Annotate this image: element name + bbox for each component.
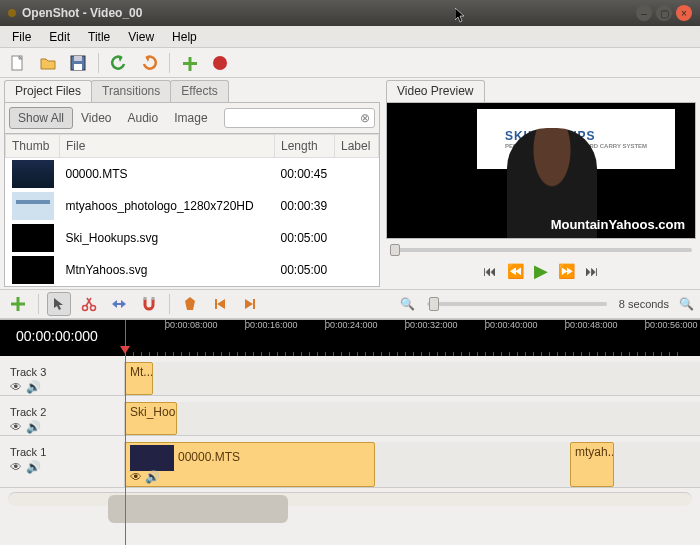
clip-thumb-icon	[130, 445, 174, 471]
snap-tool-button[interactable]	[137, 292, 161, 316]
track-header[interactable]: Track 2👁🔊	[0, 402, 125, 435]
ruler-tick: 00:00:08:000	[165, 320, 245, 330]
track-lane[interactable]: Mt...	[125, 362, 700, 395]
eye-icon[interactable]: 👁	[10, 380, 22, 394]
filter-show-all[interactable]: Show All	[9, 107, 73, 129]
maximize-button[interactable]: ▢	[656, 5, 672, 21]
track-lane[interactable]: 00000.MTS👁🔊mtyah...	[125, 442, 700, 487]
svg-point-6	[213, 56, 227, 70]
search-input[interactable]: ⊗	[224, 108, 375, 128]
clip-label: 00000.MTS	[178, 450, 240, 464]
preview-scrubber[interactable]	[386, 239, 696, 255]
svg-point-10	[91, 306, 96, 311]
clip[interactable]: mtyah...	[570, 442, 614, 487]
timeline: 00:00:00:000 00:00:08:00000:00:16:00000:…	[0, 319, 700, 545]
ruler-tick: 00:00:32:000	[405, 320, 485, 330]
ruler-tick: 00:00:40:000	[485, 320, 565, 330]
skip-end-icon[interactable]: ⏭	[585, 263, 599, 279]
video-preview[interactable]: SKIHOOKUPSPERSONAL SKI & SNOWBOARD CARRY…	[386, 102, 696, 239]
razor-tool-button[interactable]	[77, 292, 101, 316]
playhead[interactable]	[125, 320, 126, 545]
menu-help[interactable]: Help	[164, 28, 205, 46]
add-track-button[interactable]	[6, 292, 30, 316]
clip-label: Ski_Hoo...	[130, 405, 177, 419]
thumb-icon	[12, 256, 54, 284]
speaker-icon[interactable]: 🔊	[26, 380, 41, 394]
import-button[interactable]	[178, 51, 202, 75]
menu-view[interactable]: View	[120, 28, 162, 46]
table-row[interactable]: mtyahoos_photologo_1280x720HD00:00:39	[6, 190, 379, 222]
track-lane[interactable]: Ski_Hoo...	[125, 402, 700, 435]
scrubber-knob[interactable]	[390, 244, 400, 256]
scrollbar-thumb[interactable]	[108, 495, 288, 523]
svg-point-9	[83, 306, 88, 311]
zoom-slider[interactable]	[427, 302, 607, 306]
redo-button[interactable]	[137, 51, 161, 75]
menu-title[interactable]: Title	[80, 28, 118, 46]
track: Track 2👁🔊Ski_Hoo...	[0, 402, 700, 436]
col-file[interactable]: File	[60, 135, 275, 158]
svg-rect-3	[74, 64, 82, 70]
minimize-button[interactable]: –	[636, 5, 652, 21]
tab-transitions[interactable]: Transitions	[91, 80, 171, 102]
filter-image[interactable]: Image	[166, 108, 215, 128]
track-name: Track 2	[10, 406, 114, 418]
eye-icon[interactable]: 👁	[130, 470, 142, 484]
prev-marker-button[interactable]	[208, 292, 232, 316]
svg-rect-2	[74, 56, 82, 61]
close-button[interactable]: ×	[676, 5, 692, 21]
new-project-button[interactable]	[6, 51, 30, 75]
play-controls: ⏮ ⏪ ▶ ⏩ ⏭	[386, 255, 696, 287]
track-header[interactable]: Track 3👁🔊	[0, 362, 125, 395]
app-indicator-icon	[8, 9, 16, 17]
resize-tool-button[interactable]	[107, 292, 131, 316]
clip[interactable]: Mt...	[125, 362, 153, 395]
record-button[interactable]	[208, 51, 232, 75]
clip-label: mtyah...	[575, 445, 614, 459]
open-project-button[interactable]	[36, 51, 60, 75]
zoom-out-icon[interactable]: 🔍	[679, 297, 694, 311]
menu-edit[interactable]: Edit	[41, 28, 78, 46]
col-label[interactable]: Label	[335, 135, 379, 158]
clear-search-icon[interactable]: ⊗	[360, 111, 370, 125]
file-table: Thumb File Length Label 00000.MTS00:00:4…	[4, 133, 380, 287]
tab-effects[interactable]: Effects	[170, 80, 228, 102]
speaker-icon[interactable]: 🔊	[26, 460, 41, 474]
menu-file[interactable]: File	[4, 28, 39, 46]
svg-rect-13	[152, 297, 155, 300]
select-tool-button[interactable]	[47, 292, 71, 316]
fast-forward-icon[interactable]: ⏩	[558, 263, 575, 279]
timeline-scrollbar[interactable]	[8, 492, 692, 506]
play-icon[interactable]: ▶	[534, 260, 548, 282]
svg-rect-12	[144, 297, 147, 300]
table-row[interactable]: MtnYahoos.svg00:05:00	[6, 254, 379, 286]
zoom-in-icon[interactable]: 🔍	[400, 297, 415, 311]
clip[interactable]: Ski_Hoo...	[125, 402, 177, 435]
undo-button[interactable]	[107, 51, 131, 75]
clip[interactable]: 00000.MTS👁🔊	[125, 442, 375, 487]
titlebar: OpenShot - Video_00 – ▢ ×	[0, 0, 700, 26]
eye-icon[interactable]: 👁	[10, 420, 22, 434]
next-marker-button[interactable]	[238, 292, 262, 316]
marker-button[interactable]	[178, 292, 202, 316]
filter-video[interactable]: Video	[73, 108, 119, 128]
speaker-icon[interactable]: 🔊	[26, 420, 41, 434]
tab-project-files[interactable]: Project Files	[4, 80, 92, 102]
rewind-icon[interactable]: ⏪	[507, 263, 524, 279]
skip-start-icon[interactable]: ⏮	[483, 263, 497, 279]
col-length[interactable]: Length	[275, 135, 335, 158]
table-row[interactable]: Ski_Hookups.svg00:05:00	[6, 222, 379, 254]
table-row[interactable]: 00000.MTS00:00:45	[6, 158, 379, 191]
svg-rect-15	[253, 299, 255, 309]
track-header[interactable]: Track 1👁🔊	[0, 442, 125, 487]
track: Track 3👁🔊Mt...	[0, 362, 700, 396]
preview-panel: Video Preview SKIHOOKUPSPERSONAL SKI & S…	[386, 80, 696, 287]
speaker-icon[interactable]: 🔊	[145, 470, 160, 484]
eye-icon[interactable]: 👁	[10, 460, 22, 474]
col-thumb[interactable]: Thumb	[6, 135, 60, 158]
filter-audio[interactable]: Audio	[120, 108, 167, 128]
timeline-ruler[interactable]: 00:00:00:000 00:00:08:00000:00:16:00000:…	[0, 320, 700, 356]
zoom-knob[interactable]	[429, 297, 439, 311]
tab-video-preview[interactable]: Video Preview	[386, 80, 485, 102]
save-project-button[interactable]	[66, 51, 90, 75]
